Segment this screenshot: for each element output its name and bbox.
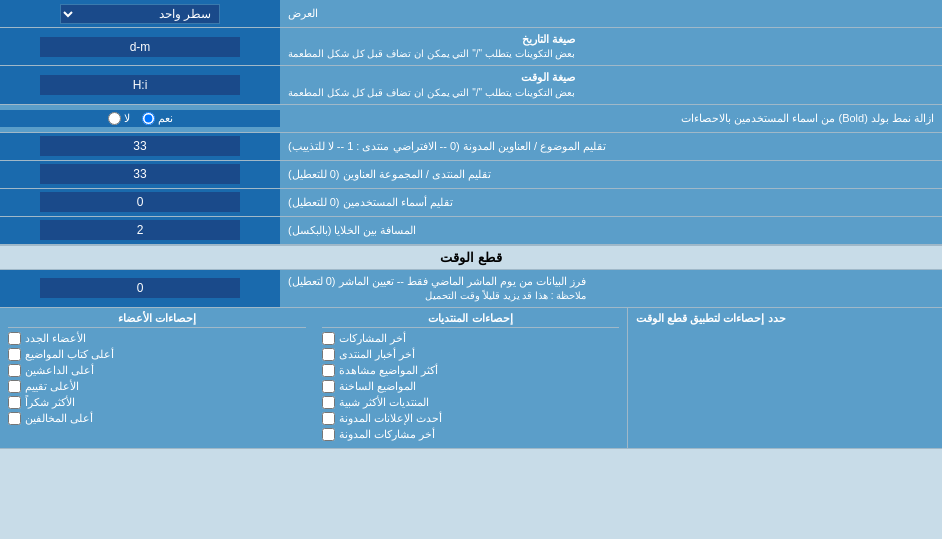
stat-most-thanks: الأكثر شكراً bbox=[8, 396, 306, 409]
cutoff-section-header: قطع الوقت bbox=[0, 245, 942, 270]
bold-yes-radio[interactable] bbox=[142, 112, 155, 125]
users-trim-field[interactable] bbox=[40, 192, 240, 212]
bold-remove-label: ازالة نمط بولد (Bold) من اسماء المستخدمي… bbox=[280, 108, 942, 129]
users-trim-row: تقليم أسماء المستخدمين (0 للتعطيل) bbox=[0, 189, 942, 217]
stat-most-viewed-checkbox[interactable] bbox=[322, 364, 335, 377]
time-format-input-wrapper bbox=[0, 66, 280, 103]
stat-posts: أخر المشاركات bbox=[322, 332, 620, 345]
stat-top-writers: أعلى كتاب المواضيع bbox=[8, 348, 306, 361]
users-trim-label: تقليم أسماء المستخدمين (0 للتعطيل) bbox=[280, 189, 942, 216]
bold-remove-options: نعم لا bbox=[0, 110, 280, 127]
stat-most-viewed: أكثر المواضيع مشاهدة bbox=[322, 364, 620, 377]
stat-blog-posts: أخر مشاركات المدونة bbox=[322, 428, 620, 441]
cutoff-days-field[interactable] bbox=[40, 278, 240, 298]
stat-top-rated: الأعلى تقييم bbox=[8, 380, 306, 393]
stats-col1: إحصاءات المنتديات أخر المشاركات أخر أخبا… bbox=[314, 308, 629, 448]
stat-top-violators-checkbox[interactable] bbox=[8, 412, 21, 425]
bold-remove-no: لا bbox=[108, 112, 130, 125]
stats-col2: إحصاءات الأعضاء الأعضاء الجدد أعلى كتاب … bbox=[0, 308, 314, 448]
date-format-input-wrapper bbox=[0, 28, 280, 65]
stat-most-thanks-checkbox[interactable] bbox=[8, 396, 21, 409]
stat-hot-checkbox[interactable] bbox=[322, 380, 335, 393]
stats-section-label: حدد إحصاءات لتطبيق قطع الوقت bbox=[636, 312, 785, 325]
stats-col1-header: إحصاءات المنتديات bbox=[322, 312, 620, 328]
cell-spacing-row: المسافة بين الخلايا (بالبكسل) bbox=[0, 217, 942, 245]
stat-top-violators: أعلى المخالفين bbox=[8, 412, 306, 425]
stat-top-rated-checkbox[interactable] bbox=[8, 380, 21, 393]
forum-subjects-field[interactable] bbox=[40, 136, 240, 156]
display-mode-select[interactable]: سطر واحد أكثر من سطر bbox=[60, 4, 220, 24]
stat-top-supporters: أعلى الداعشين bbox=[8, 364, 306, 377]
main-container: العرض سطر واحد أكثر من سطر صيغة التاريخ … bbox=[0, 0, 942, 449]
display-mode-row: العرض سطر واحد أكثر من سطر bbox=[0, 0, 942, 28]
stats-section: حدد إحصاءات لتطبيق قطع الوقت إحصاءات الم… bbox=[0, 308, 942, 449]
time-format-row: صيغة الوقت بعض التكوينات يتطلب "/" التي … bbox=[0, 66, 942, 104]
bold-no-radio[interactable] bbox=[108, 112, 121, 125]
users-trim-input-wrapper bbox=[0, 189, 280, 216]
forum-trim-label: تقليم المنتدى / المجموعة العناوين (0 للت… bbox=[280, 161, 942, 188]
cutoff-days-label: فرز البيانات من يوم الماشر الماضي فقط --… bbox=[280, 270, 942, 307]
stats-col2-header: إحصاءات الأعضاء bbox=[8, 312, 306, 328]
forum-subjects-row: تقليم الموضوع / العناوين المدونة (0 -- ا… bbox=[0, 133, 942, 161]
display-mode-label: العرض bbox=[280, 0, 942, 27]
stat-hot: المواضيع الساخنة bbox=[322, 380, 620, 393]
forum-trim-input-wrapper bbox=[0, 161, 280, 188]
date-format-label: صيغة التاريخ بعض التكوينات يتطلب "/" الت… bbox=[280, 28, 942, 65]
forum-trim-row: تقليم المنتدى / المجموعة العناوين (0 للت… bbox=[0, 161, 942, 189]
cell-spacing-label: المسافة بين الخلايا (بالبكسل) bbox=[280, 217, 942, 244]
time-format-field[interactable] bbox=[40, 75, 240, 95]
cutoff-days-input-wrapper bbox=[0, 270, 280, 307]
forum-subjects-label: تقليم الموضوع / العناوين المدونة (0 -- ا… bbox=[280, 133, 942, 160]
cell-spacing-input-wrapper bbox=[0, 217, 280, 244]
stat-blog-posts-checkbox[interactable] bbox=[322, 428, 335, 441]
bold-remove-yes: نعم bbox=[142, 112, 173, 125]
stat-top-supporters-checkbox[interactable] bbox=[8, 364, 21, 377]
stat-top-writers-checkbox[interactable] bbox=[8, 348, 21, 361]
stat-announcements: أحدث الإعلانات المدونة bbox=[322, 412, 620, 425]
display-mode-input: سطر واحد أكثر من سطر bbox=[0, 0, 280, 27]
stat-new-members: الأعضاء الجدد bbox=[8, 332, 306, 345]
stat-news-checkbox[interactable] bbox=[322, 348, 335, 361]
date-format-row: صيغة التاريخ بعض التكوينات يتطلب "/" الت… bbox=[0, 28, 942, 66]
cell-spacing-field[interactable] bbox=[40, 220, 240, 240]
stat-announcements-checkbox[interactable] bbox=[322, 412, 335, 425]
bold-remove-row: ازالة نمط بولد (Bold) من اسماء المستخدمي… bbox=[0, 105, 942, 133]
time-format-label: صيغة الوقت بعض التكوينات يتطلب "/" التي … bbox=[280, 66, 942, 103]
forum-trim-field[interactable] bbox=[40, 164, 240, 184]
stat-posts-checkbox[interactable] bbox=[322, 332, 335, 345]
stat-similar: المنتديات الأكثر شبية bbox=[322, 396, 620, 409]
date-format-field[interactable] bbox=[40, 37, 240, 57]
stat-news: أخر أخبار المنتدى bbox=[322, 348, 620, 361]
stat-similar-checkbox[interactable] bbox=[322, 396, 335, 409]
stat-new-members-checkbox[interactable] bbox=[8, 332, 21, 345]
forum-subjects-input-wrapper bbox=[0, 133, 280, 160]
cutoff-days-row: فرز البيانات من يوم الماشر الماضي فقط --… bbox=[0, 270, 942, 308]
